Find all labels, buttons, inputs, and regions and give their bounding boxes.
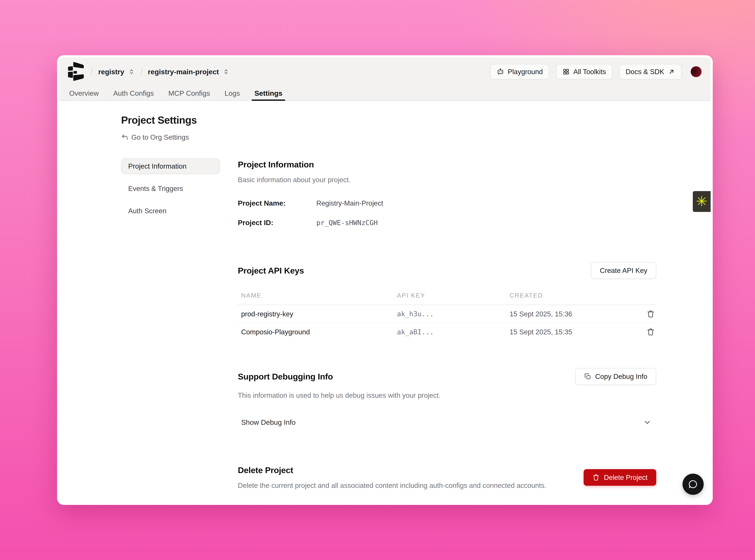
trash-icon [647,310,655,318]
topbar: / registry / registry-main-project Playg… [59,57,711,86]
tab-bar: Overview Auth Configs MCP Configs Logs S… [59,86,711,100]
page-title: Project Settings [121,114,656,126]
all-toolkits-button[interactable]: All Toolkits [556,64,613,80]
settings-sidebar: Project Information Events & Triggers Au… [121,158,220,225]
debug-info-description: This information is used to help us debu… [238,391,656,399]
sidebar-item-events-triggers[interactable]: Events & Triggers [121,181,220,196]
api-key-created: 15 Sept 2025, 15:36 [510,310,640,318]
playground-chat-icon [497,68,504,75]
api-keys-heading: Project API Keys [238,266,304,276]
chevron-up-down-icon [223,68,230,75]
settings-main: Project Information Basic information ab… [238,158,656,489]
column-header-name: NAME [241,292,397,299]
show-debug-info-toggle[interactable]: Show Debug Info [238,414,656,431]
grid-icon [562,68,570,75]
tab-settings[interactable]: Settings [254,86,282,100]
go-to-org-settings-link[interactable]: Go to Org Settings [121,133,189,141]
external-link-arrow-icon [668,68,675,75]
sidebar-item-project-information[interactable]: Project Information [121,158,220,174]
tab-mcp-configs[interactable]: MCP Configs [168,86,210,100]
trash-icon [592,474,600,481]
playground-label: Playground [508,67,543,76]
api-key-value: ak_h3u... [397,310,510,318]
section-api-keys: Project API Keys Create API Key NAME API… [238,262,656,341]
chevron-down-icon [643,418,652,426]
playground-button[interactable]: Playground [490,64,549,80]
chat-support-button[interactable] [682,474,704,495]
delete-project-heading: Delete Project [238,465,546,475]
copy-icon [584,373,591,380]
tab-overview[interactable]: Overview [69,86,99,100]
tab-auth-configs[interactable]: Auth Configs [113,86,154,100]
corner-up-left-icon [121,134,128,141]
breadcrumb-org-label: registry [98,67,124,76]
column-header-created: CREATED [510,292,640,299]
docs-sdk-button[interactable]: Docs & SDK [619,64,682,80]
debug-info-heading: Support Debugging Info [238,372,333,381]
asterisk-icon: ✳ [696,195,708,208]
section-project-information: Project Information Basic information ab… [238,160,656,227]
breadcrumb-project-selector[interactable]: registry-main-project [148,67,230,76]
all-toolkits-label: All Toolkits [573,67,606,76]
header: / registry / registry-main-project Playg… [59,57,711,101]
create-api-key-button[interactable]: Create API Key [591,262,656,279]
project-name-row: Project Name: Registry-Main-Project [238,199,656,207]
table-row: Composio-Playground ak_aBI... 15 Sept 20… [238,323,656,341]
api-key-created: 15 Sept 2025, 15:35 [510,328,640,336]
project-name-label: Project Name: [238,199,316,207]
delete-api-key-button[interactable] [647,328,655,336]
breadcrumb-separator: / [91,67,93,76]
api-key-value: ak_aBI... [397,328,510,336]
page-content: Project Settings Go to Org Settings Proj… [59,101,711,489]
api-key-name: prod-registry-key [241,310,397,318]
project-information-description: Basic information about your project. [238,176,656,184]
show-debug-info-label: Show Debug Info [241,418,296,426]
tab-logs[interactable]: Logs [224,86,240,100]
api-keys-table: NAME API KEY CREATED prod-registry-key a… [238,292,656,341]
project-id-label: Project ID: [238,218,316,227]
project-information-heading: Project Information [238,160,656,169]
user-avatar[interactable] [691,66,701,77]
trash-icon [647,328,655,336]
column-header-api-key: API KEY [397,292,510,299]
delete-project-description: Delete the current project and all assoc… [238,481,546,489]
app-window: / registry / registry-main-project Playg… [57,55,713,505]
chat-bubble-icon [688,479,698,489]
delete-project-label: Delete Project [604,473,648,481]
section-debug-info: Support Debugging Info Copy Debug Info T… [238,368,656,431]
breadcrumb-org-selector[interactable]: registry [98,67,135,76]
breadcrumb-separator: / [140,67,142,76]
copy-debug-info-label: Copy Debug Info [595,373,647,381]
api-keys-table-header: NAME API KEY CREATED [238,292,656,305]
sidebar-item-auth-screen[interactable]: Auth Screen [121,203,220,219]
table-row: prod-registry-key ak_h3u... 15 Sept 2025… [238,305,656,323]
docs-sdk-label: Docs & SDK [625,67,664,76]
section-delete-project: Delete Project Delete the current projec… [238,465,656,489]
api-key-name: Composio-Playground [241,328,397,336]
project-id-value: pr_QWE-sHWNzCGH [316,219,656,227]
composio-logo-icon[interactable] [67,62,85,82]
chevron-up-down-icon [128,68,135,75]
breadcrumb-project-label: registry-main-project [148,67,219,76]
project-id-row: Project ID: pr_QWE-sHWNzCGH [238,218,656,227]
topbar-actions: Playground All Toolkits Docs & SDK [490,64,701,80]
delete-project-button[interactable]: Delete Project [583,469,656,486]
delete-api-key-button[interactable] [647,310,655,318]
feedback-widget-tab[interactable]: ✳ [693,191,711,212]
project-name-value: Registry-Main-Project [316,199,656,207]
copy-debug-info-button[interactable]: Copy Debug Info [575,368,656,385]
go-to-org-settings-label: Go to Org Settings [131,133,189,141]
